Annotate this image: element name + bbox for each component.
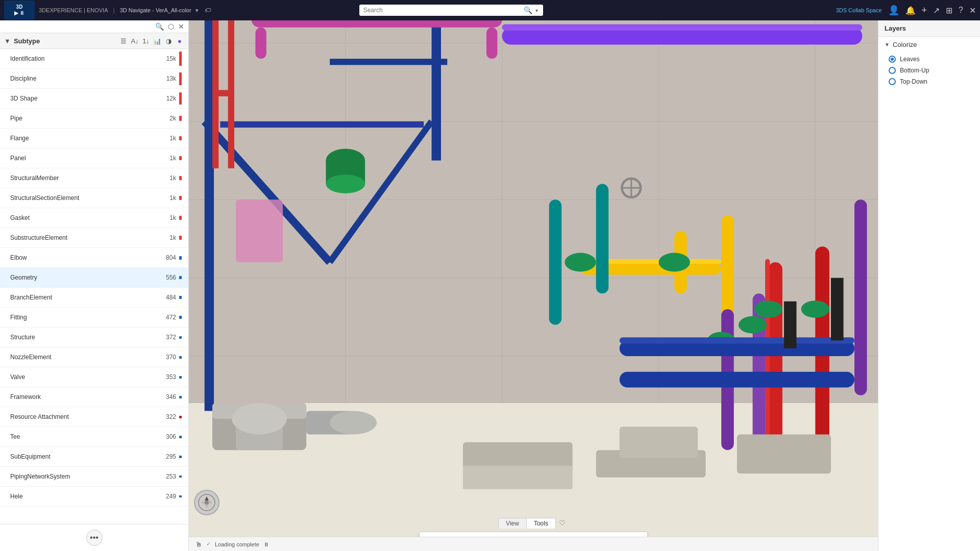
panel-search-icon[interactable]: 🔍 — [155, 22, 164, 31]
apps-icon[interactable]: ⊞ — [946, 6, 952, 15]
list-view-icon[interactable]: ☰ — [119, 36, 128, 45]
heart-icon[interactable]: ♡ — [556, 517, 569, 529]
list-item[interactable]: Tee306 — [0, 427, 188, 447]
colorize-row: ▼ Colorize — [885, 41, 974, 48]
main-area: 🔍 ⬡ ✕ ▼ Subtype ☰ A↓ 1↓ 📊 ◑ ● Identifica… — [0, 20, 980, 551]
subtype-item-name: PipingNetworkSystem — [10, 473, 166, 480]
separator: | — [113, 7, 115, 14]
bookmark-icon[interactable]: 🏷 — [205, 7, 211, 14]
list-item[interactable]: Framework346 — [0, 387, 188, 407]
radio-button[interactable] — [889, 67, 896, 74]
share-icon[interactable]: ↗ — [933, 6, 940, 15]
radio-button[interactable] — [889, 56, 896, 63]
color-wheel-icon[interactable]: ◑ — [164, 36, 173, 45]
subtype-bar — [179, 156, 182, 160]
list-item[interactable]: Discipline13k — [0, 69, 188, 89]
panel-top-actions: 🔍 ⬡ ✕ — [0, 20, 188, 33]
sort-az-icon[interactable]: A↓ — [130, 36, 139, 45]
svg-rect-53 — [737, 434, 831, 473]
subtype-item-count: 306 — [166, 433, 176, 440]
subtype-item-name: Elbow — [10, 254, 166, 261]
list-item[interactable]: PipingNetworkSystem253 — [0, 467, 188, 487]
subtype-item-name: NozzleElement — [10, 354, 166, 361]
list-item[interactable]: NozzleElement370 — [0, 347, 188, 367]
view-tools-tabs: View Tools — [498, 518, 556, 529]
panel-close-icon[interactable]: ✕ — [178, 22, 184, 31]
layers-header: Layers — [878, 20, 980, 37]
list-item[interactable]: Panel1k — [0, 148, 188, 168]
colorize-chevron-icon[interactable]: ▼ — [885, 42, 890, 47]
bar-chart-icon[interactable]: 📊 — [153, 36, 162, 45]
subtype-item-count: 253 — [166, 473, 176, 480]
subtype-bar-container — [179, 52, 182, 66]
tab-tools[interactable]: Tools — [527, 518, 555, 529]
search-icon[interactable]: 🔍 — [524, 6, 532, 14]
subtype-item-name: Discipline — [10, 75, 166, 82]
list-item[interactable]: Identification15k — [0, 49, 188, 69]
list-item[interactable]: StructuralSectionElement1k — [0, 188, 188, 208]
3d-scene — [189, 20, 878, 551]
navigator-widget[interactable] — [194, 490, 219, 515]
search-dropdown-icon[interactable]: ▾ — [534, 8, 539, 13]
list-item[interactable]: Resource Attachment322 — [0, 407, 188, 427]
subtype-bar — [179, 436, 182, 438]
list-item[interactable]: Fitting472 — [0, 308, 188, 328]
subtype-bar — [179, 376, 182, 379]
layers-content: ▼ Colorize LeavesBottom-UpTop-Down — [878, 37, 980, 551]
list-item[interactable]: SubstructureElement1k — [0, 228, 188, 248]
list-item[interactable]: Hele249 — [0, 487, 188, 507]
nav-dropdown-icon[interactable]: ▾ — [195, 7, 199, 14]
svg-rect-47 — [549, 199, 562, 324]
subtype-item-count: 556 — [166, 274, 176, 281]
panel-filter-icon[interactable]: ⬡ — [168, 22, 174, 31]
list-item[interactable]: 3D Shape12k — [0, 89, 188, 109]
palette-icon[interactable]: ● — [175, 36, 184, 45]
subtype-item-count: 13k — [166, 75, 176, 82]
subtype-item-count: 484 — [166, 294, 176, 301]
list-item[interactable]: Pipe2k — [0, 109, 188, 129]
list-item[interactable]: Structure372 — [0, 328, 188, 347]
radio-row[interactable]: Leaves — [889, 54, 974, 65]
list-item[interactable]: Gasket1k — [0, 208, 188, 228]
list-item[interactable]: Elbow804 — [0, 248, 188, 268]
subtype-item-name: Framework — [10, 393, 166, 400]
notifications-icon[interactable]: 🔔 — [905, 6, 916, 15]
subtype-bar-container — [179, 231, 182, 245]
more-button[interactable]: ••• — [86, 530, 103, 546]
user-icon[interactable]: 👤 — [888, 5, 899, 16]
subtype-bar — [179, 316, 182, 319]
collapse-arrow-icon[interactable]: ▼ — [4, 37, 11, 45]
tab-view[interactable]: View — [499, 518, 527, 529]
list-item[interactable]: StructuralMember1k — [0, 168, 188, 188]
radio-button[interactable] — [889, 78, 896, 85]
subtype-bar — [179, 396, 182, 398]
list-item[interactable]: Geometry556 — [0, 268, 188, 288]
list-item[interactable]: SubEquipment295 — [0, 447, 188, 467]
subtype-item-name: Structure — [10, 334, 166, 341]
help-icon[interactable]: ? — [959, 6, 963, 15]
list-item[interactable]: BranchElement484 — [0, 288, 188, 308]
search-input[interactable] — [363, 7, 522, 14]
sort-num-icon[interactable]: 1↓ — [141, 36, 151, 45]
add-icon[interactable]: + — [922, 5, 927, 16]
subtype-bar-container — [179, 111, 182, 126]
collab-space-label: 3DS Collab Space — [836, 7, 882, 13]
subtype-bar-container — [179, 430, 182, 444]
loading-status: Loading complete — [215, 541, 259, 547]
radio-row[interactable]: Bottom-Up — [889, 65, 974, 76]
subtype-item-name: StructuralMember — [10, 174, 169, 182]
radio-row[interactable]: Top-Down — [889, 76, 974, 87]
panel-view-actions: ☰ A↓ 1↓ 📊 ◑ ● — [119, 36, 184, 45]
list-item[interactable]: Flange1k — [0, 129, 188, 148]
subtype-bar — [179, 456, 182, 458]
svg-rect-16 — [220, 121, 424, 128]
viewport[interactable]: View Tools ♡ ⌂ ◻ ▦ 📄 ⬡ ▽ ⊙ ⬛ ⬜ 🖨 ⚙ — [189, 20, 878, 551]
subtype-bar-container — [179, 310, 182, 324]
subtype-item-count: 472 — [166, 314, 176, 321]
list-item[interactable]: Valve353 — [0, 367, 188, 387]
subtype-bar-container — [179, 191, 182, 205]
subtype-bar — [179, 256, 182, 260]
svg-rect-64 — [236, 199, 283, 262]
app-logo[interactable]: 3D▶ ⏸ — [4, 1, 35, 20]
close-app-icon[interactable]: ✕ — [969, 6, 976, 15]
